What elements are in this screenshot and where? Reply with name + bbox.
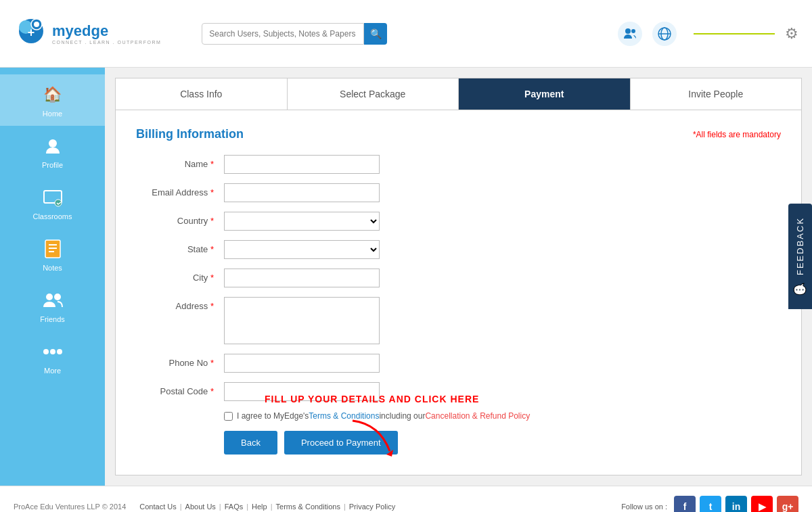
footer-link-privacy[interactable]: Privacy Policy — [349, 503, 395, 511]
city-label: City * — [136, 269, 224, 283]
country-label: Country * — [136, 212, 224, 226]
sidebar-label-notes: Notes — [43, 264, 62, 272]
svg-point-19 — [54, 294, 61, 300]
logo-tagline: CONNECT . LEARN . OUTPERFORM — [52, 40, 161, 45]
footer-link-contact[interactable]: Contact Us — [139, 503, 176, 511]
twitter-icon[interactable]: t — [700, 496, 721, 513]
postal-label: Postal Code * — [136, 382, 224, 396]
city-input[interactable] — [224, 269, 380, 287]
state-select[interactable] — [224, 240, 380, 259]
tab-invite-people[interactable]: Invite People — [631, 78, 802, 110]
tab-payment[interactable]: Payment — [459, 78, 631, 110]
svg-point-5 — [625, 28, 631, 34]
phone-input[interactable] — [224, 354, 380, 373]
globe-icon-button[interactable] — [652, 22, 677, 46]
sidebar-item-friends[interactable]: Friends — [0, 280, 105, 331]
footer-link-terms[interactable]: Terms & Conditions — [276, 503, 340, 511]
logo: + myedge CONNECT . LEARN . OUTPERFORM — [14, 16, 161, 51]
name-label: Name * — [136, 155, 224, 169]
back-button[interactable]: Back — [224, 431, 277, 455]
sidebar-label-friends: Friends — [40, 315, 65, 323]
header-icons: ⚙ — [618, 22, 798, 46]
terms-prefix: I agree to MyEdge's — [237, 411, 309, 421]
sidebar-item-profile[interactable]: Profile — [0, 126, 105, 177]
feedback-label: FEEDBACK — [795, 216, 805, 275]
terms-checkbox[interactable] — [224, 412, 233, 421]
search-button[interactable]: 🔍 — [364, 23, 387, 45]
phone-label: Phone No * — [136, 354, 224, 368]
billing-form-container: Billing Information *All fields are mand… — [115, 110, 802, 475]
tab-class-info[interactable]: Class Info — [116, 78, 288, 110]
country-select[interactable] — [224, 212, 380, 231]
svg-point-18 — [46, 294, 53, 300]
sidebar-label-home: Home — [43, 110, 62, 118]
social-icons: f t in ▶ g+ — [674, 496, 798, 513]
feedback-icon: 💬 — [794, 281, 807, 296]
tabs: Class Info Select Package Payment Invite… — [115, 78, 802, 110]
friends-icon — [41, 288, 65, 312]
annotation-arrow — [346, 417, 400, 458]
email-row: Email Address * — [136, 183, 781, 202]
country-required: * — [210, 216, 214, 226]
header-accent-line — [694, 33, 775, 34]
svg-point-20 — [43, 349, 49, 354]
annotation-text: FILL UP YOUR DETAILS AND CLICK HERE — [265, 394, 479, 404]
country-row: Country * — [136, 212, 781, 231]
googleplus-icon[interactable]: g+ — [777, 496, 798, 513]
youtube-icon[interactable]: ▶ — [751, 496, 773, 513]
footer-link-help[interactable]: Help — [252, 503, 267, 511]
main-content: Class Info Select Package Payment Invite… — [105, 68, 812, 486]
city-row: City * — [136, 269, 781, 287]
logo-icon: + — [14, 16, 49, 51]
follow-text: Follow us on : — [621, 503, 667, 511]
main-layout: 🏠 Home Profile Classrooms Notes Frien — [0, 68, 812, 486]
cancellation-link[interactable]: Cancellation & Refund Policy — [425, 411, 530, 421]
tab-select-package[interactable]: Select Package — [288, 78, 459, 110]
state-required: * — [210, 244, 214, 254]
facebook-icon[interactable]: f — [674, 496, 696, 513]
billing-title: Billing Information — [136, 127, 244, 141]
form-header: Billing Information *All fields are mand… — [136, 127, 781, 141]
sidebar-item-home[interactable]: 🏠 Home — [0, 74, 105, 126]
sidebar-item-more[interactable]: More — [0, 331, 105, 383]
phone-required: * — [210, 358, 214, 368]
name-row: Name * — [136, 155, 781, 174]
svg-point-21 — [50, 349, 55, 354]
home-icon: 🏠 — [41, 83, 65, 107]
sidebar-label-more: More — [44, 367, 61, 375]
linkedin-icon[interactable]: in — [725, 496, 747, 513]
footer-link-faqs[interactable]: FAQs — [225, 503, 244, 511]
svg-point-6 — [631, 29, 635, 33]
buttons-area: FILL UP YOUR DETAILS AND CLICK HERE Back… — [224, 431, 398, 455]
address-label: Address * — [136, 297, 224, 311]
footer-copyright: ProAce Edu Ventures LLP © 2014 — [14, 503, 126, 511]
email-input[interactable] — [224, 183, 380, 202]
phone-row: Phone No * — [136, 354, 781, 373]
email-required: * — [210, 187, 214, 197]
email-label: Email Address * — [136, 183, 224, 197]
sidebar-label-profile: Profile — [42, 161, 63, 169]
address-required: * — [210, 301, 214, 311]
address-row: Address * — [136, 297, 781, 344]
sidebar-item-notes[interactable]: Notes — [0, 229, 105, 280]
state-label: State * — [136, 240, 224, 254]
name-input[interactable] — [224, 155, 380, 174]
mandatory-note: *All fields are mandatory — [693, 130, 781, 139]
state-row: State * — [136, 240, 781, 259]
search-input[interactable] — [202, 23, 364, 45]
footer: ProAce Edu Ventures LLP © 2014 Contact U… — [0, 486, 812, 512]
users-icon-button[interactable] — [618, 22, 642, 46]
postal-required: * — [210, 386, 214, 396]
footer-links: Contact Us | About Us | FAQs | Help | Te… — [139, 503, 395, 511]
classrooms-icon — [41, 185, 65, 210]
terms-row: I agree to MyEdge's Terms & Conditions i… — [224, 411, 781, 421]
sidebar-item-classrooms[interactable]: Classrooms — [0, 177, 105, 229]
settings-gear-button[interactable]: ⚙ — [785, 25, 798, 43]
search-area: 🔍 — [202, 23, 387, 45]
address-input[interactable] — [224, 297, 380, 344]
footer-link-about[interactable]: About Us — [185, 503, 216, 511]
header: + myedge CONNECT . LEARN . OUTPERFORM 🔍 … — [0, 0, 812, 68]
sidebar-label-classrooms: Classrooms — [32, 212, 72, 220]
svg-point-10 — [49, 139, 57, 147]
feedback-tab[interactable]: 💬 FEEDBACK — [788, 203, 812, 308]
